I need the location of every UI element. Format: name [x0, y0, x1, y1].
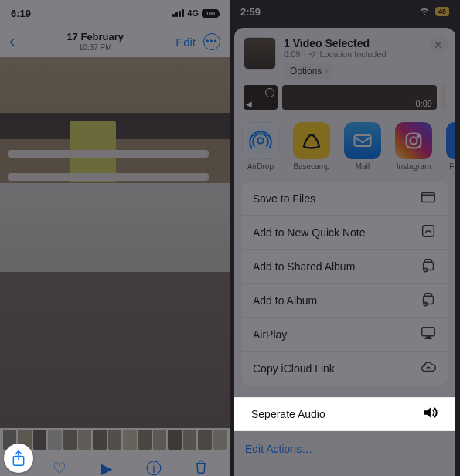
photo-viewport[interactable]: [0, 57, 230, 428]
svg-point-1: [257, 138, 264, 144]
thumb[interactable]: [63, 430, 77, 450]
action-icloud-link[interactable]: Copy iCloud Link: [242, 352, 448, 386]
airplay-icon: [420, 325, 437, 345]
status-time: 2:59: [240, 6, 261, 18]
play-button[interactable]: ▶: [95, 459, 118, 476]
video-clip-edge: [441, 85, 446, 110]
nav-date: 17 February: [66, 32, 124, 43]
status-right: 4G 100: [172, 8, 219, 18]
app-facebook[interactable]: Fa: [446, 122, 455, 171]
thumb[interactable]: [123, 430, 136, 450]
speaker-icon: [421, 404, 438, 424]
share-button[interactable]: [4, 444, 33, 473]
svg-point-4: [410, 137, 417, 144]
sheet-header: 1 Video Selected 0:09 · Location Include…: [234, 28, 455, 85]
svg-point-5: [417, 135, 419, 137]
video-clip-small[interactable]: ◀: [244, 85, 278, 110]
app-instagram[interactable]: Instagram: [395, 122, 432, 171]
status-bar: 2:59 40: [230, 0, 460, 23]
instagram-icon: [395, 122, 432, 159]
video-thumbnail: [244, 37, 276, 70]
thumb[interactable]: [48, 430, 61, 450]
close-button[interactable]: ✕: [429, 36, 448, 54]
edit-actions-label: Edit Actions…: [245, 443, 312, 455]
svg-rect-6: [422, 192, 435, 202]
video-timeline-row: ◀ 0:09: [234, 85, 455, 117]
thumb[interactable]: [213, 430, 227, 450]
action-quick-note[interactable]: Add to New Quick Note: [242, 216, 448, 250]
more-button[interactable]: •••: [203, 33, 220, 50]
battery-icon: 40: [435, 7, 449, 16]
edit-actions-row[interactable]: Edit Actions…: [234, 431, 455, 476]
wifi-icon: [418, 6, 431, 18]
nav-time: 10:37 PM: [66, 43, 124, 53]
nav-title: 17 February 10:37 PM: [66, 32, 124, 52]
action-add-album[interactable]: Add to Album: [242, 284, 448, 318]
app-mail[interactable]: Mail: [344, 122, 381, 171]
status-time: 6:19: [11, 8, 31, 19]
info-button[interactable]: ⓘ: [142, 458, 165, 477]
live-icon: [265, 88, 274, 97]
thumb[interactable]: [153, 430, 166, 450]
action-airplay[interactable]: AirPlay: [242, 318, 448, 352]
battery-icon: 100: [202, 9, 219, 18]
photos-app-screen: 6:19 4G 100 ‹ 17 February 10:37 PM Edit …: [0, 0, 230, 476]
thumb[interactable]: [33, 430, 46, 450]
share-sheet-screen: 2:59 40 1 Video Selected 0:09 · Location…: [230, 0, 460, 476]
thumb[interactable]: [108, 430, 121, 450]
actions-list: Save to Files Add to New Quick Note Add …: [242, 182, 448, 386]
status-bar: 6:19 4G 100: [0, 0, 230, 26]
signal-icon: [172, 9, 184, 17]
action-separate-audio[interactable]: Seperate Audio: [234, 397, 455, 431]
mail-icon: [344, 122, 381, 159]
thumbnail-strip[interactable]: [0, 428, 230, 451]
network-type: 4G: [187, 8, 199, 18]
note-icon: [420, 223, 437, 243]
trash-button[interactable]: [189, 459, 213, 477]
shared-album-icon: [420, 257, 437, 277]
sheet-subtitle: 0:09 · Location Included: [284, 49, 387, 59]
share-apps-row[interactable]: AirDrop Basecamp Mail Instagram: [234, 117, 455, 177]
app-airdrop[interactable]: AirDrop: [242, 122, 279, 171]
action-shared-album[interactable]: Add to Shared Album: [242, 250, 448, 284]
airdrop-icon: [242, 122, 279, 159]
back-button[interactable]: ‹: [9, 32, 15, 52]
app-basecamp[interactable]: Basecamp: [293, 122, 330, 171]
like-button[interactable]: ♡: [48, 459, 71, 476]
separate-audio-label: Seperate Audio: [251, 408, 325, 420]
bottom-toolbar: ♡ ▶ ⓘ: [0, 451, 230, 476]
action-save-to-files[interactable]: Save to Files: [242, 182, 448, 216]
sheet-title: 1 Video Selected: [284, 37, 387, 49]
cloud-link-icon: [420, 359, 437, 379]
thumb[interactable]: [183, 430, 196, 450]
nav-bar: ‹ 17 February 10:37 PM Edit •••: [0, 26, 230, 57]
album-icon: [420, 291, 437, 311]
thumb[interactable]: [138, 430, 152, 450]
svg-rect-2: [355, 135, 371, 146]
edit-button[interactable]: Edit: [175, 36, 196, 49]
options-button[interactable]: Options ›: [284, 63, 334, 79]
thumb[interactable]: [78, 430, 91, 450]
facebook-icon: [446, 122, 455, 159]
video-clip-large[interactable]: 0:09: [282, 85, 437, 110]
thumb[interactable]: [93, 430, 106, 450]
folder-icon: [420, 189, 437, 209]
thumb[interactable]: [168, 430, 181, 450]
video-duration: 0:09: [416, 99, 432, 108]
thumb[interactable]: [198, 430, 211, 450]
basecamp-icon: [293, 122, 330, 159]
